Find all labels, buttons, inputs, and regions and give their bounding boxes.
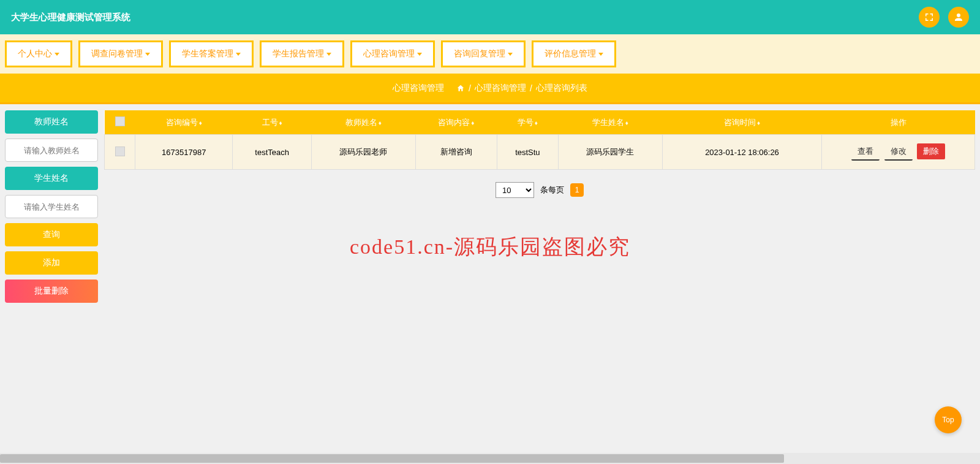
consult-table: 咨询编号♦ 工号♦ 教师姓名♦ 咨询内容♦ 学号♦ 学生姓名♦ 咨询时间♦ 操作…: [104, 110, 975, 170]
nav-item-answers[interactable]: 学生答案管理: [169, 40, 254, 67]
sort-icon: ♦: [199, 120, 202, 126]
caret-down-icon: [417, 53, 422, 56]
nav-item-survey[interactable]: 调查问卷管理: [78, 40, 163, 67]
th-teacher-name[interactable]: 教师姓名♦: [311, 110, 415, 135]
pagination: 10 条每页 1: [104, 182, 975, 198]
batch-delete-button[interactable]: 批量删除: [5, 280, 98, 303]
filter-sidebar: 教师姓名 学生姓名 查询 添加 批量删除: [5, 110, 98, 303]
cell-teacher-name: 源码乐园老师: [311, 135, 415, 170]
student-name-input[interactable]: [5, 195, 98, 218]
cell-student-no: testStu: [497, 135, 558, 170]
back-to-top-button[interactable]: Top: [935, 406, 962, 433]
cell-checkbox: [105, 135, 135, 170]
cell-actions: 查看 修改 删除: [822, 135, 975, 170]
breadcrumb-link-1[interactable]: 心理咨询管理: [475, 83, 526, 94]
sort-icon: ♦: [379, 120, 382, 126]
caret-down-icon: [508, 53, 513, 56]
header-bar: 大学生心理健康测试管理系统: [0, 0, 980, 34]
caret-down-icon: [55, 53, 59, 56]
nav-label: 学生答案管理: [182, 48, 233, 59]
breadcrumb-path: / 心理咨询管理 / 心理咨询列表: [456, 83, 587, 94]
th-student-no[interactable]: 学号♦: [497, 110, 558, 135]
th-consult-no[interactable]: 咨询编号♦: [135, 110, 233, 135]
th-job-no[interactable]: 工号♦: [233, 110, 311, 135]
per-page-label: 条每页: [540, 184, 564, 196]
view-button[interactable]: 查看: [851, 143, 880, 161]
th-actions: 操作: [822, 110, 975, 135]
th-student-name[interactable]: 学生姓名♦: [558, 110, 662, 135]
nav-bar: 个人中心 调查问卷管理 学生答案管理 学生报告管理 心理咨询管理 咨询回复管理 …: [0, 34, 980, 74]
nav-item-reports[interactable]: 学生报告管理: [260, 40, 344, 67]
breadcrumb: 心理咨询管理 / 心理咨询管理 / 心理咨询列表: [0, 74, 980, 104]
fullscreen-icon: [924, 12, 935, 23]
caret-down-icon: [145, 53, 150, 56]
nav-item-consult[interactable]: 心理咨询管理: [350, 40, 435, 67]
main-panel: 咨询编号♦ 工号♦ 教师姓名♦ 咨询内容♦ 学号♦ 学生姓名♦ 咨询时间♦ 操作…: [104, 110, 975, 303]
cell-job-no: testTeach: [233, 135, 311, 170]
teacher-name-label: 教师姓名: [5, 110, 98, 134]
nav-label: 学生报告管理: [273, 48, 324, 59]
nav-label: 咨询回复管理: [454, 48, 505, 59]
breadcrumb-main: 心理咨询管理: [393, 83, 444, 94]
th-time[interactable]: 咨询时间♦: [663, 110, 822, 135]
edit-button[interactable]: 修改: [884, 143, 913, 161]
cell-student-name: 源码乐园学生: [558, 135, 662, 170]
nav-item-evaluation[interactable]: 评价信息管理: [532, 40, 616, 67]
nav-item-personal[interactable]: 个人中心: [5, 40, 72, 67]
content-area: 教师姓名 学生姓名 查询 添加 批量删除 咨询编号♦ 工号♦ 教师姓名♦ 咨询内…: [0, 104, 980, 309]
scrollbar-thumb[interactable]: [0, 454, 784, 463]
query-button[interactable]: 查询: [5, 223, 98, 246]
caret-down-icon: [236, 53, 241, 56]
fullscreen-button[interactable]: [919, 7, 940, 28]
user-icon: [953, 12, 964, 23]
cell-content: 新增咨询: [415, 135, 497, 170]
nav-label: 个人中心: [18, 48, 52, 59]
cell-time: 2023-01-12 18:06:26: [663, 135, 822, 170]
delete-button[interactable]: 删除: [917, 143, 945, 159]
table-header-row: 咨询编号♦ 工号♦ 教师姓名♦ 咨询内容♦ 学号♦ 学生姓名♦ 咨询时间♦ 操作: [105, 110, 975, 135]
add-button[interactable]: 添加: [5, 251, 98, 275]
nav-label: 评价信息管理: [545, 48, 596, 59]
th-content[interactable]: 咨询内容♦: [415, 110, 497, 135]
app-title: 大学生心理健康测试管理系统: [11, 12, 130, 23]
user-button[interactable]: [948, 7, 969, 28]
sort-icon: ♦: [279, 120, 282, 126]
row-checkbox[interactable]: [115, 146, 125, 156]
caret-down-icon: [326, 53, 331, 56]
caret-down-icon: [598, 53, 603, 56]
teacher-name-input[interactable]: [5, 139, 98, 162]
page-size-select[interactable]: 10: [496, 182, 534, 198]
breadcrumb-link-2[interactable]: 心理咨询列表: [536, 83, 587, 94]
nav-label: 心理咨询管理: [363, 48, 415, 59]
table-row: 1673517987 testTeach 源码乐园老师 新增咨询 testStu…: [105, 135, 975, 170]
th-checkbox: [105, 110, 135, 135]
sort-icon: ♦: [625, 120, 628, 126]
header-icons: [919, 7, 969, 28]
cell-consult-no: 1673517987: [135, 135, 233, 170]
nav-item-reply[interactable]: 咨询回复管理: [441, 40, 526, 67]
sort-icon: ♦: [757, 120, 760, 126]
nav-label: 调查问卷管理: [91, 48, 143, 59]
home-icon: [456, 84, 465, 93]
sort-icon: ♦: [535, 120, 538, 126]
page-number-current[interactable]: 1: [570, 183, 584, 197]
sort-icon: ♦: [471, 120, 474, 126]
student-name-label: 学生姓名: [5, 167, 98, 190]
select-all-checkbox[interactable]: [115, 116, 125, 126]
horizontal-scrollbar[interactable]: [0, 453, 980, 464]
